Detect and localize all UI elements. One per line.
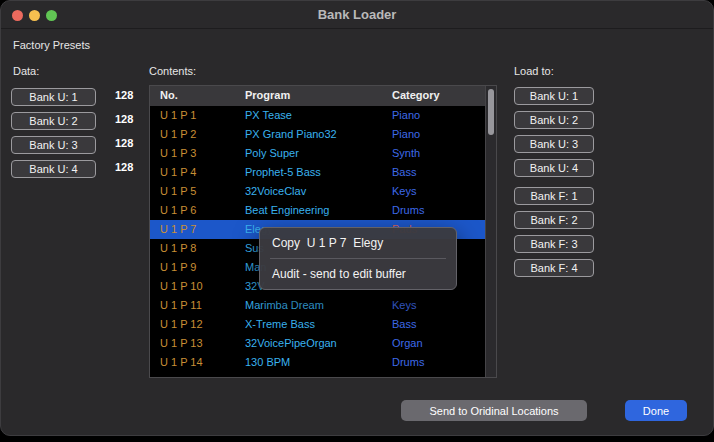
load-bank-u3-button[interactable]: Bank U: 3	[514, 135, 594, 153]
table-row[interactable]: U 1 P 4 Prophet-5 Bass Bass	[150, 163, 486, 182]
column-header-category: Category	[392, 89, 440, 101]
row-no: U 1 P 13	[160, 337, 203, 349]
row-category: Bass	[392, 166, 416, 178]
row-no: U 1 P 5	[160, 185, 197, 197]
row-program: Beat Engineering	[245, 204, 329, 216]
menu-separator	[270, 258, 446, 259]
row-no: U 1 P 3	[160, 147, 197, 159]
row-category: Keys	[392, 185, 416, 197]
data-bank-row: Bank U: 2 128	[11, 111, 141, 129]
done-button[interactable]: Done	[625, 400, 687, 421]
row-program: Marimba Dream	[245, 299, 324, 311]
row-category: Drums	[392, 356, 424, 368]
row-no: U 1 P 6	[160, 204, 197, 216]
table-row[interactable]: U 1 P 12 X-Treme Bass Bass	[150, 315, 486, 334]
bank-loader-window: Bank Loader Factory Presets Data: Bank U…	[0, 0, 714, 436]
bank-count: 128	[115, 161, 133, 173]
table-header: No. Program Category	[150, 86, 486, 106]
data-bank-u3-button[interactable]: Bank U: 3	[11, 136, 96, 154]
section-label: Factory Presets	[13, 39, 90, 51]
row-category: Drums	[392, 204, 424, 216]
load-bank-f3-button[interactable]: Bank F: 3	[514, 235, 594, 253]
row-category: Piano	[392, 375, 420, 378]
row-no: U 1 P 14	[160, 356, 203, 368]
row-no: U 1 P 10	[160, 280, 203, 292]
column-header-program: Program	[245, 89, 290, 101]
load-panel-label: Load to:	[514, 65, 554, 77]
load-bank-f4-button[interactable]: Bank F: 4	[514, 259, 594, 277]
row-no: U 1 P 1	[160, 109, 197, 121]
table-row[interactable]: U 1 P 13 32VoicePipeOrgan Organ	[150, 334, 486, 353]
row-category: Organ	[392, 337, 423, 349]
data-bank-u2-button[interactable]: Bank U: 2	[11, 112, 96, 130]
load-bank-f2-button[interactable]: Bank F: 2	[514, 211, 594, 229]
row-no: U 1 P 12	[160, 318, 203, 330]
row-category: Bass	[392, 318, 416, 330]
send-to-original-locations-button[interactable]: Send to Oridinal Locations	[401, 400, 587, 421]
row-program: 130 BPM	[245, 356, 290, 368]
context-menu: Copy U 1 P 7 Elegy Audit - send to edit …	[259, 227, 457, 290]
row-category: Synth	[392, 147, 420, 159]
row-program: 32VoiceClav	[245, 185, 306, 197]
table-row[interactable]: U 1 P 3 Poly Super Synth	[150, 144, 486, 163]
bank-count: 128	[115, 113, 133, 125]
row-program: Poly Super	[245, 147, 299, 159]
bank-count: 128	[115, 137, 133, 149]
row-program: X-Treme Bass	[245, 318, 315, 330]
row-no: U 1 P 11	[160, 299, 202, 311]
table-row[interactable]: U 1 P 6 Beat Engineering Drums	[150, 201, 486, 220]
titlebar: Bank Loader	[1, 1, 713, 29]
row-no: U 1 P 8	[160, 242, 197, 254]
menu-item-audit[interactable]: Audit - send to edit buffer	[260, 262, 456, 286]
row-program: Soft Scoring Grand	[245, 375, 339, 378]
load-bank-u2-button[interactable]: Bank U: 2	[514, 111, 594, 129]
data-bank-row: Bank U: 1 128	[11, 87, 141, 105]
row-no: U 1 P 7	[160, 223, 197, 235]
row-no: U 1 P 4	[160, 166, 197, 178]
row-no: U 1 P 15	[160, 375, 203, 378]
row-program: PX Tease	[245, 109, 292, 121]
scrollbar-thumb[interactable]	[488, 89, 494, 135]
row-no: U 1 P 2	[160, 128, 197, 140]
contents-panel-label: Contents:	[149, 65, 196, 77]
data-bank-u1-button[interactable]: Bank U: 1	[11, 88, 96, 106]
table-row[interactable]: U 1 P 15 Soft Scoring Grand Piano	[150, 372, 486, 378]
table-row[interactable]: U 1 P 11 Marimba Dream Keys	[150, 296, 486, 315]
load-bank-f1-button[interactable]: Bank F: 1	[514, 187, 594, 205]
table-row[interactable]: U 1 P 2 PX Grand Piano32 Piano	[150, 125, 486, 144]
load-bank-u4-button[interactable]: Bank U: 4	[514, 159, 594, 177]
table-row[interactable]: U 1 P 5 32VoiceClav Keys	[150, 182, 486, 201]
data-bank-u4-button[interactable]: Bank U: 4	[11, 160, 96, 178]
row-no: U 1 P 9	[160, 261, 197, 273]
menu-item-copy[interactable]: Copy U 1 P 7 Elegy	[260, 231, 456, 255]
row-program: PX Grand Piano32	[245, 128, 337, 140]
table-row[interactable]: U 1 P 1 PX Tease Piano	[150, 106, 486, 125]
row-program: Prophet-5 Bass	[245, 166, 321, 178]
row-category: Piano	[392, 128, 420, 140]
column-header-no: No.	[160, 89, 178, 101]
row-category: Piano	[392, 109, 420, 121]
load-bank-u1-button[interactable]: Bank U: 1	[514, 87, 594, 105]
row-category: Keys	[392, 299, 416, 311]
window-title: Bank Loader	[1, 1, 713, 29]
scrollbar[interactable]	[485, 86, 496, 377]
data-bank-row: Bank U: 4 128	[11, 159, 141, 177]
data-bank-row: Bank U: 3 128	[11, 135, 141, 153]
data-panel-label: Data:	[13, 65, 39, 77]
table-row[interactable]: U 1 P 14 130 BPM Drums	[150, 353, 486, 372]
row-program: 32VoicePipeOrgan	[245, 337, 337, 349]
bank-count: 128	[115, 89, 133, 101]
